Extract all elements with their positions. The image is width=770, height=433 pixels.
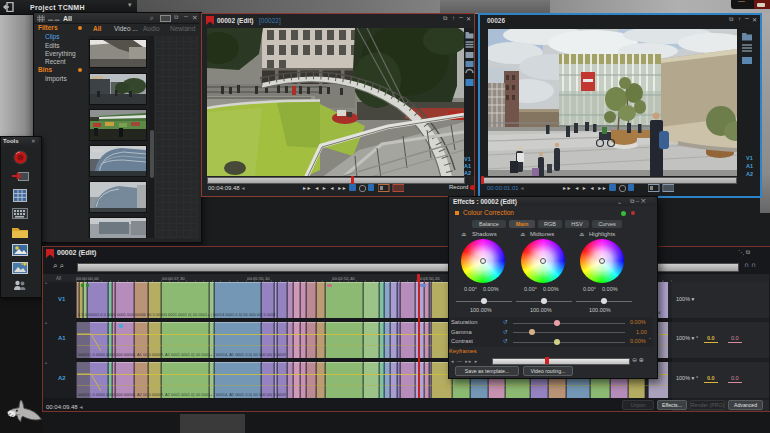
svg-text:00025: 00025	[92, 148, 104, 153]
svg-text:00028: 00028	[92, 75, 104, 80]
